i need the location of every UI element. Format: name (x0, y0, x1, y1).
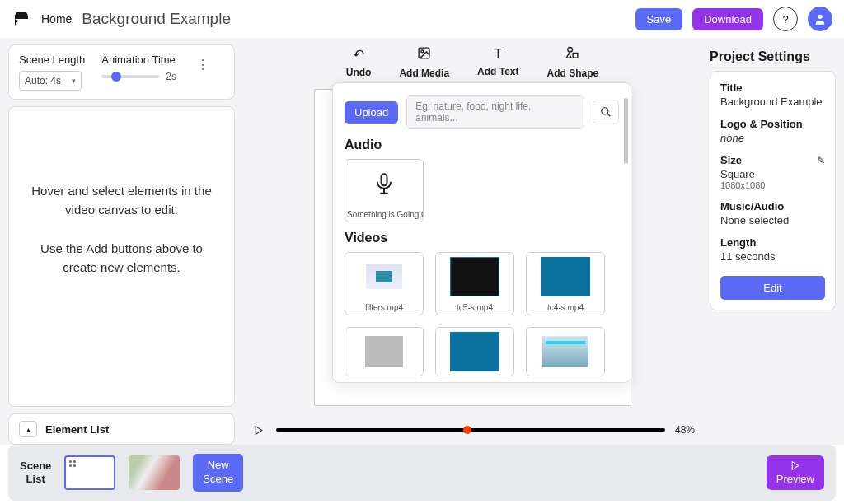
chevron-up-icon[interactable]: ▴ (19, 421, 37, 437)
timeline-percent: 48% (675, 424, 695, 436)
scene-settings-card: Scene Length Auto: 4s Animation Time 2s … (8, 44, 235, 100)
avatar[interactable] (808, 7, 832, 31)
left-panel: Scene Length Auto: 4s Animation Time 2s … (8, 38, 235, 445)
animation-time-label: Animation Time (101, 54, 176, 66)
topbar: Home Background Example Save Download ? (0, 0, 844, 38)
size-value: Square (720, 168, 825, 180)
bottom-bar: Scene List New Scene Preview (8, 445, 836, 501)
scene-length-dropdown[interactable]: Auto: 4s (19, 71, 82, 91)
timeline-thumb[interactable] (463, 426, 471, 434)
add-media-button[interactable]: Add Media (399, 46, 449, 79)
pencil-icon[interactable]: ✎ (817, 155, 825, 166)
svg-rect-7 (382, 174, 387, 185)
grip-icon (69, 460, 76, 467)
svg-point-2 (421, 50, 424, 53)
length-value: 11 seconds (720, 250, 825, 263)
help-icon[interactable]: ? (773, 7, 798, 31)
svg-rect-4 (574, 54, 579, 58)
scene-settings-menu-icon[interactable]: ⋮ (193, 54, 213, 76)
video-item[interactable] (345, 327, 424, 376)
audio-section-header: Audio (345, 138, 619, 152)
logo-value: none (720, 132, 825, 144)
new-scene-button[interactable]: New Scene (193, 454, 243, 492)
add-text-button[interactable]: T Add Text (477, 46, 518, 79)
music-value: None selected (720, 214, 825, 226)
page-title: Background Example (82, 10, 231, 28)
scene-thumb-1[interactable] (64, 455, 115, 490)
size-label: Size (720, 154, 742, 166)
text-icon: T (494, 46, 502, 63)
home-link[interactable]: Home (41, 12, 72, 26)
canvas-toolbar: ↶ Undo Add Media T Add Text Add Shape (243, 41, 701, 82)
video-item[interactable]: tc4-s.mp4 (526, 252, 605, 315)
media-popover: Upload Eg: nature, food, night life, ani… (332, 82, 631, 383)
video-item[interactable] (435, 327, 514, 376)
svg-point-3 (568, 47, 573, 52)
svg-line-6 (607, 114, 611, 117)
play-button[interactable] (250, 422, 266, 438)
video-item[interactable]: filters.mp4 (345, 252, 424, 315)
download-button[interactable]: Download (692, 8, 763, 30)
center-panel: ↶ Undo Add Media T Add Text Add Shape (243, 38, 701, 445)
project-settings-header: Project Settings (710, 49, 836, 64)
image-icon (417, 46, 431, 64)
right-panel: Project Settings Title Background Exampl… (710, 38, 836, 445)
shapes-icon (565, 46, 579, 64)
logo-label: Logo & Position (720, 118, 825, 130)
scrollbar[interactable] (624, 98, 628, 164)
save-button[interactable]: Save (635, 8, 683, 30)
scene-length-label: Scene Length (19, 54, 85, 66)
scene-list-label: Scene List (20, 460, 51, 485)
videos-section-header: Videos (345, 231, 619, 245)
play-icon (790, 460, 800, 471)
add-shape-button[interactable]: Add Shape (547, 46, 599, 79)
app-logo-icon (12, 9, 31, 29)
video-item[interactable]: tc5-s.mp4 (435, 252, 514, 315)
svg-point-5 (602, 108, 608, 114)
title-label: Title (720, 82, 825, 94)
animation-time-value: 2s (166, 71, 176, 82)
audio-item[interactable]: Something is Going On (345, 159, 424, 222)
main-area: Scene Length Auto: 4s Animation Time 2s … (0, 38, 844, 445)
video-item[interactable] (526, 327, 605, 376)
media-search-input[interactable]: Eg: nature, food, night life, animals... (406, 95, 584, 129)
search-button[interactable] (593, 100, 619, 124)
timeline-track[interactable] (276, 428, 665, 432)
title-value: Background Example (720, 96, 825, 108)
project-settings-card: Title Background Example Logo & Position… (710, 71, 836, 310)
music-label: Music/Audio (720, 200, 825, 212)
size-dims: 1080x1080 (720, 180, 825, 190)
scene-thumb-2[interactable] (129, 455, 180, 490)
svg-point-0 (818, 15, 822, 19)
canvas-hint-line1: Hover and select elements in the video c… (29, 181, 214, 220)
element-list-label: Element List (45, 423, 109, 436)
animation-time-slider[interactable] (101, 75, 159, 78)
timeline: 48% (243, 417, 701, 445)
element-list-header[interactable]: ▴ Element List (8, 413, 235, 445)
canvas-hint-card: Hover and select elements in the video c… (8, 106, 235, 407)
length-label: Length (720, 236, 825, 249)
undo-button[interactable]: ↶ Undo (346, 46, 372, 79)
microphone-icon (373, 172, 396, 195)
upload-button[interactable]: Upload (345, 101, 398, 124)
preview-button[interactable]: Preview (767, 455, 824, 490)
canvas-hint-line2: Use the Add buttons above to create new … (29, 239, 214, 278)
undo-icon: ↶ (353, 46, 364, 63)
edit-project-button[interactable]: Edit (720, 276, 825, 300)
